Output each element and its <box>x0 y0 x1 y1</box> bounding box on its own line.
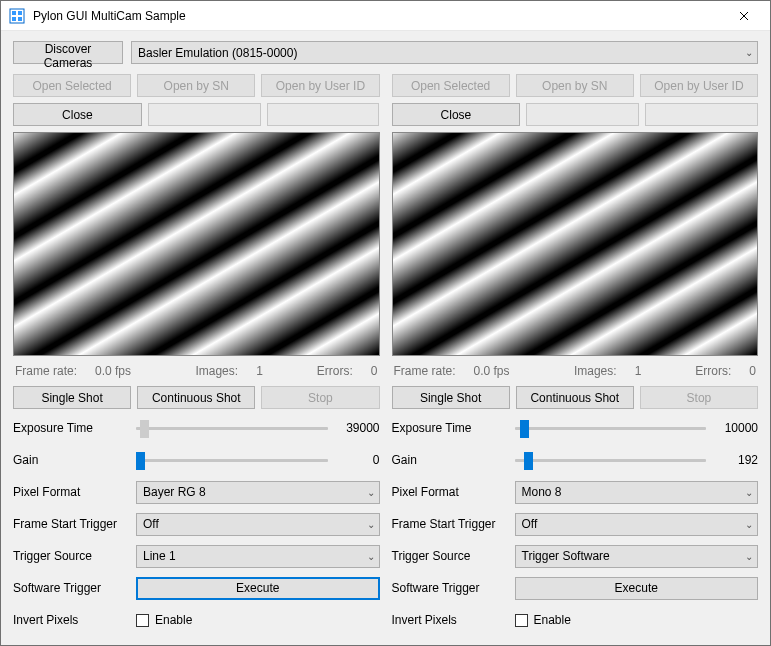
close-row: Close <box>392 103 759 126</box>
errors-value: 0 <box>371 364 378 378</box>
client-area: Discover Cameras Basler Emulation (0815-… <box>1 31 770 645</box>
sn-input[interactable] <box>148 103 261 126</box>
exposure-slider[interactable] <box>136 418 328 438</box>
invert-pixels-row: Invert Pixels Enable <box>13 607 380 633</box>
chevron-down-icon: ⌄ <box>745 487 753 498</box>
chevron-down-icon: ⌄ <box>367 519 375 530</box>
software-trigger-label: Software Trigger <box>392 581 507 595</box>
exposure-value: 10000 <box>714 421 758 435</box>
open-selected-button[interactable]: Open Selected <box>13 74 131 97</box>
stop-button[interactable]: Stop <box>261 386 379 409</box>
invert-pixels-label: Invert Pixels <box>392 613 507 627</box>
camera-panel-1: Open Selected Open by SN Open by User ID… <box>392 74 759 633</box>
exposure-label: Exposure Time <box>392 421 507 435</box>
status-bar: Frame rate: 0.0 fps Images: 1 Errors: 0 <box>392 362 759 380</box>
titlebar: Pylon GUI MultiCam Sample <box>1 1 770 31</box>
enable-label: Enable <box>155 613 192 627</box>
trigger-source-label: Trigger Source <box>392 549 507 563</box>
gain-label: Gain <box>13 453 128 467</box>
open-by-user-id-button[interactable]: Open by User ID <box>261 74 379 97</box>
invert-pixels-row: Invert Pixels Enable <box>392 607 759 633</box>
invert-pixels-checkbox[interactable]: Enable <box>515 613 759 627</box>
frame-start-trigger-label: Frame Start Trigger <box>13 517 128 531</box>
window: Pylon GUI MultiCam Sample Discover Camer… <box>0 0 771 646</box>
trigger-source-select[interactable]: Trigger Software ⌄ <box>515 545 759 568</box>
gain-value: 0 <box>336 453 380 467</box>
exposure-label: Exposure Time <box>13 421 128 435</box>
open-by-sn-button[interactable]: Open by SN <box>137 74 255 97</box>
open-row: Open Selected Open by SN Open by User ID <box>13 74 380 97</box>
single-shot-button[interactable]: Single Shot <box>392 386 510 409</box>
stop-button[interactable]: Stop <box>640 386 758 409</box>
svg-rect-1 <box>12 11 16 15</box>
svg-rect-4 <box>18 17 22 21</box>
chevron-down-icon: ⌄ <box>745 551 753 562</box>
close-button[interactable]: Close <box>392 103 521 126</box>
open-by-sn-button[interactable]: Open by SN <box>516 74 634 97</box>
user-id-input[interactable] <box>645 103 758 126</box>
software-trigger-row: Software Trigger Execute <box>392 575 759 601</box>
discover-cameras-button[interactable]: Discover Cameras <box>13 41 123 64</box>
shot-row: Single Shot Continuous Shot Stop <box>392 386 759 409</box>
images-value: 1 <box>635 364 642 378</box>
camera-select[interactable]: Basler Emulation (0815-0000) ⌄ <box>131 41 758 64</box>
frame-start-trigger-row: Frame Start Trigger Off ⌄ <box>392 511 759 537</box>
images-label: Images: <box>195 364 238 378</box>
gain-slider[interactable] <box>136 450 328 470</box>
svg-rect-3 <box>12 17 16 21</box>
open-by-user-id-button[interactable]: Open by User ID <box>640 74 758 97</box>
errors-label: Errors: <box>695 364 731 378</box>
continuous-shot-button[interactable]: Continuous Shot <box>137 386 255 409</box>
software-trigger-row: Software Trigger Execute <box>13 575 380 601</box>
execute-button[interactable]: Execute <box>515 577 759 600</box>
pixel-format-select[interactable]: Bayer RG 8 ⌄ <box>136 481 380 504</box>
frame-rate-value: 0.0 fps <box>95 364 131 378</box>
invert-pixels-checkbox[interactable]: Enable <box>136 613 380 627</box>
exposure-slider[interactable] <box>515 418 707 438</box>
frame-rate-label: Frame rate: <box>15 364 77 378</box>
pixel-format-label: Pixel Format <box>13 485 128 499</box>
svg-rect-2 <box>18 11 22 15</box>
chevron-down-icon: ⌄ <box>745 519 753 530</box>
exposure-row: Exposure Time 10000 <box>392 415 759 441</box>
trigger-source-select[interactable]: Line 1 ⌄ <box>136 545 380 568</box>
frame-start-trigger-select[interactable]: Off ⌄ <box>515 513 759 536</box>
open-selected-button[interactable]: Open Selected <box>392 74 510 97</box>
panels: Open Selected Open by SN Open by User ID… <box>13 74 758 633</box>
images-value: 1 <box>256 364 263 378</box>
close-icon <box>739 11 749 21</box>
pixel-format-label: Pixel Format <box>392 485 507 499</box>
exposure-row: Exposure Time 39000 <box>13 415 380 441</box>
pixel-format-select[interactable]: Mono 8 ⌄ <box>515 481 759 504</box>
close-button[interactable]: Close <box>13 103 142 126</box>
gain-slider[interactable] <box>515 450 707 470</box>
status-bar: Frame rate: 0.0 fps Images: 1 Errors: 0 <box>13 362 380 380</box>
errors-label: Errors: <box>317 364 353 378</box>
trigger-source-row: Trigger Source Line 1 ⌄ <box>13 543 380 569</box>
user-id-input[interactable] <box>267 103 380 126</box>
window-title: Pylon GUI MultiCam Sample <box>31 9 721 23</box>
checkbox-box <box>515 614 528 627</box>
gain-value: 192 <box>714 453 758 467</box>
continuous-shot-button[interactable]: Continuous Shot <box>516 386 634 409</box>
open-row: Open Selected Open by SN Open by User ID <box>392 74 759 97</box>
checkbox-box <box>136 614 149 627</box>
software-trigger-label: Software Trigger <box>13 581 128 595</box>
shot-row: Single Shot Continuous Shot Stop <box>13 386 380 409</box>
preview-image <box>13 132 380 356</box>
frame-start-trigger-label: Frame Start Trigger <box>392 517 507 531</box>
window-close-button[interactable] <box>721 1 766 31</box>
chevron-down-icon: ⌄ <box>367 551 375 562</box>
enable-label: Enable <box>534 613 571 627</box>
sn-input[interactable] <box>526 103 639 126</box>
chevron-down-icon: ⌄ <box>745 47 753 58</box>
execute-button[interactable]: Execute <box>136 577 380 600</box>
trigger-source-row: Trigger Source Trigger Software ⌄ <box>392 543 759 569</box>
single-shot-button[interactable]: Single Shot <box>13 386 131 409</box>
exposure-value: 39000 <box>336 421 380 435</box>
camera-panel-0: Open Selected Open by SN Open by User ID… <box>13 74 380 633</box>
gain-row: Gain 0 <box>13 447 380 473</box>
preview-image <box>392 132 759 356</box>
frame-start-trigger-select[interactable]: Off ⌄ <box>136 513 380 536</box>
trigger-source-label: Trigger Source <box>13 549 128 563</box>
